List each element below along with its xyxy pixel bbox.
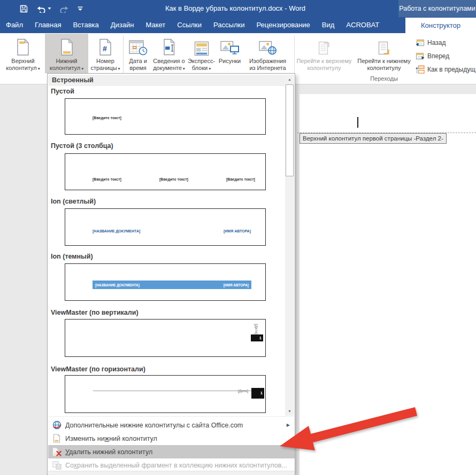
- goto-header-button: Перейти к верхнему колонтитулу: [296, 34, 352, 73]
- placeholder-author: [ИМЯ АВТОРА]: [224, 283, 249, 287]
- save-button[interactable]: [19, 4, 28, 13]
- remove-footer-icon: [51, 447, 63, 456]
- quick-access-toolbar: [19, 0, 83, 17]
- scroll-up-button[interactable]: ▲: [285, 75, 294, 84]
- page-number-icon: #: [89, 34, 122, 56]
- menu-item-more-footers-office-com[interactable]: Дополнительные нижние колонтитулы с сайт…: [48, 418, 295, 432]
- gallery-section-label-ion-dark: Ion (темный): [51, 253, 93, 260]
- tab-references[interactable]: Ссылки: [171, 17, 208, 33]
- menu-item-label: Изменить нижний колонтитул: [65, 435, 157, 442]
- document-info-icon: [152, 34, 186, 56]
- placeholder-date: [Дата]: [226, 389, 248, 393]
- online-pictures-icon: [243, 34, 293, 56]
- word-window: { "titlebar": { "title": "Как в Ворде уб…: [0, 0, 476, 475]
- submenu-arrow-icon: ▶: [287, 423, 290, 427]
- page-number-button[interactable]: # Номер страницы▾: [89, 34, 122, 73]
- back-button[interactable]: Назад: [416, 37, 476, 49]
- svg-text:#: #: [103, 44, 107, 53]
- tab-mailings[interactable]: Рассылки: [208, 17, 250, 33]
- link-to-previous-icon: [416, 65, 425, 74]
- tab-insert[interactable]: Вставка: [67, 17, 104, 33]
- menu-item-label: Дополнительные нижние колонтитулы с сайт…: [65, 422, 243, 429]
- dropdown-caret-icon: ▾: [38, 66, 40, 71]
- placeholder-author: [ИМЯ АВТОРА]: [224, 229, 251, 233]
- gallery-section-label-viewmaster-vertical: ViewMaster (по вертикали): [51, 309, 139, 316]
- menu-item-edit-footer[interactable]: Изменить нижний колонтитул: [48, 432, 295, 445]
- pictures-icon: [217, 34, 242, 56]
- dropdown-footer-strip: [48, 471, 295, 475]
- document-info-button-label: Сведения о документе▾: [152, 58, 186, 72]
- quick-parts-button-label: Экспресс- блоки▾: [186, 58, 217, 72]
- goto-footer-icon: [354, 34, 414, 56]
- header-button-label: Верхний колонтитул▾: [2, 58, 44, 72]
- tab-layout[interactable]: Макет: [140, 17, 171, 33]
- scroll-down-button[interactable]: ▼: [285, 407, 294, 416]
- menu-separator: [48, 416, 295, 417]
- redo-icon: [59, 5, 69, 13]
- tab-view[interactable]: Вид: [316, 17, 341, 33]
- undo-icon: [36, 5, 46, 13]
- goto-footer-button-label: Перейти к нижнему колонтитулу: [354, 58, 414, 72]
- contextual-tab-group-label: Работа с колонтитулами: [398, 0, 476, 17]
- page-number-box: 1: [251, 388, 264, 399]
- goto-footer-button[interactable]: Перейти к нижнему колонтитулу: [354, 34, 414, 73]
- gallery-item-viewmaster-vertical[interactable]: [Дата] 1: [65, 319, 266, 357]
- footer-button[interactable]: Нижний колонтитул▾: [45, 34, 88, 73]
- dropdown-caret-icon: ▾: [183, 66, 185, 71]
- customize-qat-button[interactable]: [77, 5, 83, 12]
- gallery-item-blank[interactable]: [Введите текст]: [65, 98, 266, 135]
- gallery-scrollbar[interactable]: ▲ ▼: [285, 75, 294, 416]
- tab-acrobat[interactable]: ACROBAT: [340, 17, 385, 33]
- pictures-button[interactable]: Рисунки: [217, 34, 242, 73]
- link-to-previous-button[interactable]: Как в предыдущ: [416, 64, 476, 75]
- forward-icon: [416, 52, 425, 60]
- page-number-box: 1: [251, 334, 263, 341]
- tab-design-header-footer-active[interactable]: Конструктор: [405, 18, 476, 33]
- gallery-item-ion-dark[interactable]: [НАЗВАНИЕ ДОКУМЕНТА] [ИМЯ АВТОРА]: [65, 263, 266, 301]
- tab-file[interactable]: Файл: [0, 17, 29, 33]
- edit-footer-icon: [51, 434, 63, 443]
- date-time-button[interactable]: Дата и время: [124, 34, 152, 73]
- gallery-section-label-blank: Пустой: [51, 88, 74, 95]
- placeholder-enter-text: [Введите текст]: [159, 177, 188, 181]
- scrollbar-thumb[interactable]: [286, 84, 294, 176]
- gallery-item-blank-three-columns[interactable]: [Введите текст] [Введите текст] [Введите…: [65, 153, 266, 190]
- quick-parts-button[interactable]: Экспресс- блоки▾: [186, 34, 217, 73]
- forward-button[interactable]: Вперед: [416, 50, 476, 62]
- date-time-icon: [124, 34, 152, 56]
- online-pictures-button[interactable]: Изображения из Интернета: [243, 34, 293, 73]
- menu-item-remove-footer[interactable]: Удалить нижний колонтитул: [48, 445, 295, 458]
- gallery-section-label-blank3: Пустой (3 столбца): [51, 142, 113, 150]
- goto-header-button-label: Перейти к верхнему колонтитулу: [296, 58, 352, 72]
- gallery-group-header: Встроенный: [48, 75, 286, 86]
- header-section-tag: Верхний колонтитул первой страницы -Разд…: [300, 133, 447, 144]
- menu-item-save-selection-to-gallery: Сохранить выделенный фрагмент в коллекци…: [48, 458, 295, 472]
- gallery-item-ion-light[interactable]: [НАЗВАНИЕ ДОКУМЕНТА] [ИМЯ АВТОРА]: [65, 208, 266, 246]
- placeholder-enter-text: [Введите текст]: [93, 177, 121, 181]
- pictures-button-label: Рисунки: [217, 58, 242, 65]
- dropdown-caret-icon: ▾: [118, 66, 120, 71]
- save-selection-icon: [51, 461, 63, 470]
- tab-home[interactable]: Главная: [29, 17, 67, 33]
- tab-design[interactable]: Дизайн: [105, 17, 140, 33]
- placeholder-doc-title: [НАЗВАНИЕ ДОКУМЕНТА]: [93, 229, 140, 233]
- gallery-item-viewmaster-horizontal[interactable]: [Дата] 1: [65, 375, 266, 413]
- header-button[interactable]: Верхний колонтитул▾: [2, 34, 44, 73]
- dropdown-caret-icon: ▾: [81, 66, 83, 71]
- header-icon: [2, 34, 44, 56]
- date-time-button-label: Дата и время: [124, 58, 152, 72]
- goto-header-icon: [296, 34, 352, 56]
- placeholder-doc-title: [НАЗВАНИЕ ДОКУМЕНТА]: [95, 283, 140, 287]
- ribbon-tab-bar: Файл Главная Вставка Дизайн Макет Ссылки…: [0, 17, 476, 33]
- undo-button[interactable]: [36, 5, 51, 13]
- footer-gallery-dropdown: Встроенный Пустой [Введите текст] Пустой…: [47, 73, 295, 475]
- tab-review[interactable]: Рецензирование: [250, 17, 316, 33]
- quick-parts-icon: [186, 34, 217, 56]
- document-page[interactable]: [300, 94, 476, 475]
- menu-item-label: Сохранить выделенный фрагмент в коллекци…: [65, 462, 287, 469]
- menu-item-label: Удалить нижний колонтитул: [65, 448, 152, 456]
- ion-dark-footer-bar: [НАЗВАНИЕ ДОКУМЕНТА] [ИМЯ АВТОРА]: [93, 281, 251, 289]
- document-info-button[interactable]: Сведения о документе▾: [152, 34, 186, 73]
- save-icon: [19, 4, 28, 13]
- redo-button: [59, 5, 69, 13]
